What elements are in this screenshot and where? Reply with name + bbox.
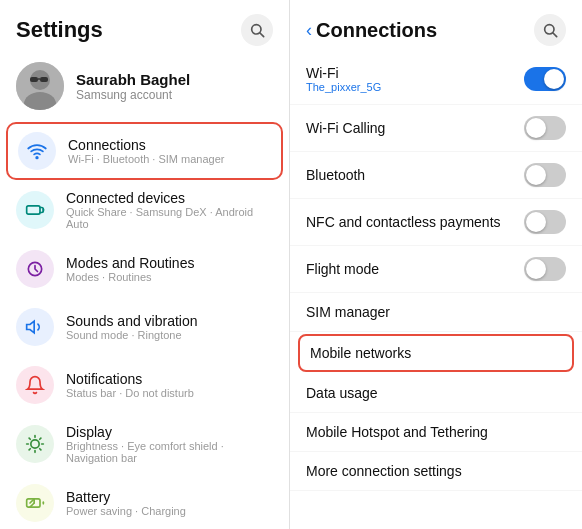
display-icon <box>16 425 54 463</box>
notifications-title: Notifications <box>66 371 194 387</box>
svg-rect-9 <box>27 206 40 214</box>
right-search-button[interactable] <box>534 14 566 46</box>
connections-icon <box>18 132 56 170</box>
connections-title: Connections <box>68 137 225 153</box>
display-sub: Brightness · Eye comfort shield · Naviga… <box>66 440 273 464</box>
connected-devices-sub: Quick Share · Samsung DeX · Android Auto <box>66 206 273 230</box>
conn-item-data-usage[interactable]: Data usage <box>290 374 582 413</box>
flight-text: Flight mode <box>306 261 379 277</box>
wifi-calling-title: Wi-Fi Calling <box>306 120 385 136</box>
wifi-calling-text: Wi-Fi Calling <box>306 120 385 136</box>
left-header: Settings <box>0 0 289 54</box>
settings-title: Settings <box>16 17 103 43</box>
data-usage-text: Data usage <box>306 385 378 401</box>
svg-line-1 <box>260 33 264 37</box>
conn-item-more-settings[interactable]: More connection settings <box>290 452 582 491</box>
bluetooth-text: Bluetooth <box>306 167 365 183</box>
flight-toggle[interactable] <box>524 257 566 281</box>
conn-item-sim[interactable]: SIM manager <box>290 293 582 332</box>
sidebar-item-connected-devices[interactable]: Connected devices Quick Share · Samsung … <box>0 180 289 240</box>
connected-devices-text: Connected devices Quick Share · Samsung … <box>66 190 273 230</box>
connection-list: Wi-Fi The_pixxer_5G Wi-Fi Calling Blueto… <box>290 54 582 529</box>
wifi-text: Wi-Fi The_pixxer_5G <box>306 65 381 93</box>
connected-devices-icon <box>16 191 54 229</box>
sidebar-item-modes[interactable]: Modes and Routines Modes · Routines <box>0 240 289 298</box>
svg-line-17 <box>29 438 30 439</box>
wifi-title: Wi-Fi <box>306 65 381 81</box>
sounds-text: Sounds and vibration Sound mode · Ringto… <box>66 313 198 341</box>
sidebar-item-display[interactable]: Display Brightness · Eye comfort shield … <box>0 414 289 474</box>
modes-text: Modes and Routines Modes · Routines <box>66 255 194 283</box>
svg-rect-6 <box>40 77 48 82</box>
mobile-networks-text: Mobile networks <box>310 345 411 361</box>
bluetooth-toggle[interactable] <box>524 163 566 187</box>
right-search-icon <box>542 22 558 38</box>
svg-line-18 <box>40 449 41 450</box>
hotspot-text: Mobile Hotspot and Tethering <box>306 424 488 440</box>
conn-item-mobile-networks[interactable]: Mobile networks <box>298 334 574 372</box>
left-search-button[interactable] <box>241 14 273 46</box>
modes-sub: Modes · Routines <box>66 271 194 283</box>
svg-point-12 <box>31 440 39 448</box>
notifications-icon <box>16 366 54 404</box>
connections-page-title: Connections <box>316 19 437 42</box>
conn-item-hotspot[interactable]: Mobile Hotspot and Tethering <box>290 413 582 452</box>
modes-title: Modes and Routines <box>66 255 194 271</box>
sidebar-item-sounds[interactable]: Sounds and vibration Sound mode · Ringto… <box>0 298 289 356</box>
profile-name: Saurabh Baghel <box>76 71 190 88</box>
display-title: Display <box>66 424 273 440</box>
conn-item-bluetooth[interactable]: Bluetooth <box>290 152 582 199</box>
svg-line-27 <box>553 33 557 37</box>
sidebar-item-notifications[interactable]: Notifications Status bar · Do not distur… <box>0 356 289 414</box>
connections-sub: Wi-Fi · Bluetooth · SIM manager <box>68 153 225 165</box>
profile-sub: Samsung account <box>76 88 190 102</box>
bluetooth-title: Bluetooth <box>306 167 365 183</box>
flight-title: Flight mode <box>306 261 379 277</box>
svg-line-20 <box>40 438 41 439</box>
settings-list: Connections Wi-Fi · Bluetooth · SIM mana… <box>0 122 289 529</box>
wifi-sub: The_pixxer_5G <box>306 81 381 93</box>
sounds-title: Sounds and vibration <box>66 313 198 329</box>
conn-item-nfc[interactable]: NFC and contactless payments <box>290 199 582 246</box>
profile-info: Saurabh Baghel Samsung account <box>76 71 190 102</box>
svg-rect-5 <box>30 77 38 82</box>
conn-item-flight[interactable]: Flight mode <box>290 246 582 293</box>
modes-icon <box>16 250 54 288</box>
avatar <box>16 62 64 110</box>
svg-line-19 <box>29 449 30 450</box>
sounds-icon <box>16 308 54 346</box>
profile-row[interactable]: Saurabh Baghel Samsung account <box>0 54 289 122</box>
hotspot-title: Mobile Hotspot and Tethering <box>306 424 488 440</box>
back-button[interactable]: ‹ <box>306 20 312 41</box>
battery-icon <box>16 484 54 522</box>
conn-item-wifi[interactable]: Wi-Fi The_pixxer_5G <box>290 54 582 105</box>
left-panel: Settings Saurabh Baghel Samsung accou <box>0 0 290 529</box>
search-icon <box>249 22 265 38</box>
sidebar-item-connections[interactable]: Connections Wi-Fi · Bluetooth · SIM mana… <box>6 122 283 180</box>
right-header: ‹ Connections <box>290 0 582 54</box>
battery-title: Battery <box>66 489 186 505</box>
svg-marker-11 <box>27 321 35 333</box>
right-panel: ‹ Connections Wi-Fi The_pixxer_5G Wi-Fi … <box>290 0 582 529</box>
nfc-title: NFC and contactless payments <box>306 214 501 230</box>
display-text: Display Brightness · Eye comfort shield … <box>66 424 273 464</box>
data-usage-title: Data usage <box>306 385 378 401</box>
notifications-text: Notifications Status bar · Do not distur… <box>66 371 194 399</box>
avatar-image <box>16 62 64 110</box>
sim-text: SIM manager <box>306 304 390 320</box>
mobile-networks-title: Mobile networks <box>310 345 411 361</box>
right-header-left: ‹ Connections <box>306 19 437 42</box>
sounds-sub: Sound mode · Ringtone <box>66 329 198 341</box>
connected-devices-title: Connected devices <box>66 190 273 206</box>
nfc-text: NFC and contactless payments <box>306 214 501 230</box>
sim-title: SIM manager <box>306 304 390 320</box>
notifications-sub: Status bar · Do not disturb <box>66 387 194 399</box>
sidebar-item-battery[interactable]: Battery Power saving · Charging <box>0 474 289 529</box>
more-settings-title: More connection settings <box>306 463 462 479</box>
battery-sub: Power saving · Charging <box>66 505 186 517</box>
wifi-calling-toggle[interactable] <box>524 116 566 140</box>
conn-item-wifi-calling[interactable]: Wi-Fi Calling <box>290 105 582 152</box>
nfc-toggle[interactable] <box>524 210 566 234</box>
wifi-toggle[interactable] <box>524 67 566 91</box>
connections-text: Connections Wi-Fi · Bluetooth · SIM mana… <box>68 137 225 165</box>
